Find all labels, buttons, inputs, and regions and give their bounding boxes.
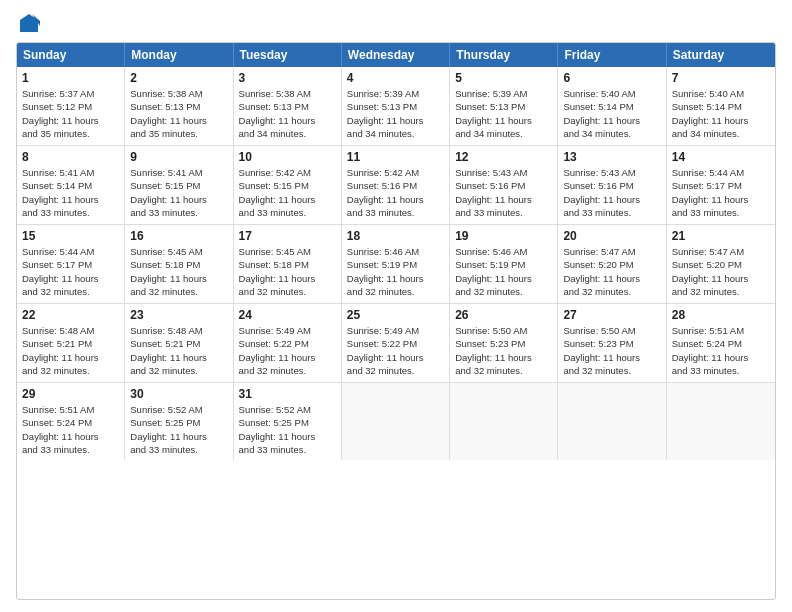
day-info: Sunrise: 5:38 AMSunset: 5:13 PMDaylight:… xyxy=(130,87,227,140)
day-info: Sunrise: 5:49 AMSunset: 5:22 PMDaylight:… xyxy=(347,324,444,377)
calendar-day-25: 25Sunrise: 5:49 AMSunset: 5:22 PMDayligh… xyxy=(342,304,450,382)
day-info: Sunrise: 5:39 AMSunset: 5:13 PMDaylight:… xyxy=(347,87,444,140)
logo xyxy=(16,12,40,34)
calendar-day-5: 5Sunrise: 5:39 AMSunset: 5:13 PMDaylight… xyxy=(450,67,558,145)
calendar-header-sunday: Sunday xyxy=(17,43,125,67)
day-info: Sunrise: 5:41 AMSunset: 5:15 PMDaylight:… xyxy=(130,166,227,219)
calendar-day-9: 9Sunrise: 5:41 AMSunset: 5:15 PMDaylight… xyxy=(125,146,233,224)
day-number: 11 xyxy=(347,150,444,164)
day-number: 21 xyxy=(672,229,770,243)
day-number: 1 xyxy=(22,71,119,85)
day-info: Sunrise: 5:44 AMSunset: 5:17 PMDaylight:… xyxy=(672,166,770,219)
day-info: Sunrise: 5:37 AMSunset: 5:12 PMDaylight:… xyxy=(22,87,119,140)
day-number: 18 xyxy=(347,229,444,243)
calendar-day-12: 12Sunrise: 5:43 AMSunset: 5:16 PMDayligh… xyxy=(450,146,558,224)
header xyxy=(16,12,776,34)
day-info: Sunrise: 5:45 AMSunset: 5:18 PMDaylight:… xyxy=(130,245,227,298)
logo-icon xyxy=(18,12,40,34)
day-number: 26 xyxy=(455,308,552,322)
day-number: 20 xyxy=(563,229,660,243)
calendar-day-29: 29Sunrise: 5:51 AMSunset: 5:24 PMDayligh… xyxy=(17,383,125,460)
calendar-header-friday: Friday xyxy=(558,43,666,67)
calendar-day-30: 30Sunrise: 5:52 AMSunset: 5:25 PMDayligh… xyxy=(125,383,233,460)
day-number: 25 xyxy=(347,308,444,322)
day-info: Sunrise: 5:48 AMSunset: 5:21 PMDaylight:… xyxy=(22,324,119,377)
calendar-day-26: 26Sunrise: 5:50 AMSunset: 5:23 PMDayligh… xyxy=(450,304,558,382)
day-number: 9 xyxy=(130,150,227,164)
day-number: 4 xyxy=(347,71,444,85)
day-info: Sunrise: 5:51 AMSunset: 5:24 PMDaylight:… xyxy=(22,403,119,456)
day-number: 16 xyxy=(130,229,227,243)
calendar-day-24: 24Sunrise: 5:49 AMSunset: 5:22 PMDayligh… xyxy=(234,304,342,382)
day-info: Sunrise: 5:48 AMSunset: 5:21 PMDaylight:… xyxy=(130,324,227,377)
day-info: Sunrise: 5:46 AMSunset: 5:19 PMDaylight:… xyxy=(455,245,552,298)
calendar-empty-cell xyxy=(450,383,558,460)
page: SundayMondayTuesdayWednesdayThursdayFrid… xyxy=(0,0,792,612)
day-info: Sunrise: 5:47 AMSunset: 5:20 PMDaylight:… xyxy=(672,245,770,298)
day-number: 19 xyxy=(455,229,552,243)
day-info: Sunrise: 5:40 AMSunset: 5:14 PMDaylight:… xyxy=(672,87,770,140)
day-number: 29 xyxy=(22,387,119,401)
calendar-day-16: 16Sunrise: 5:45 AMSunset: 5:18 PMDayligh… xyxy=(125,225,233,303)
calendar-empty-cell xyxy=(342,383,450,460)
calendar-day-3: 3Sunrise: 5:38 AMSunset: 5:13 PMDaylight… xyxy=(234,67,342,145)
day-number: 7 xyxy=(672,71,770,85)
calendar-day-2: 2Sunrise: 5:38 AMSunset: 5:13 PMDaylight… xyxy=(125,67,233,145)
calendar-day-20: 20Sunrise: 5:47 AMSunset: 5:20 PMDayligh… xyxy=(558,225,666,303)
day-info: Sunrise: 5:45 AMSunset: 5:18 PMDaylight:… xyxy=(239,245,336,298)
calendar-day-8: 8Sunrise: 5:41 AMSunset: 5:14 PMDaylight… xyxy=(17,146,125,224)
day-info: Sunrise: 5:38 AMSunset: 5:13 PMDaylight:… xyxy=(239,87,336,140)
day-number: 31 xyxy=(239,387,336,401)
calendar-day-31: 31Sunrise: 5:52 AMSunset: 5:25 PMDayligh… xyxy=(234,383,342,460)
calendar-header-wednesday: Wednesday xyxy=(342,43,450,67)
day-info: Sunrise: 5:49 AMSunset: 5:22 PMDaylight:… xyxy=(239,324,336,377)
calendar-day-17: 17Sunrise: 5:45 AMSunset: 5:18 PMDayligh… xyxy=(234,225,342,303)
calendar-day-21: 21Sunrise: 5:47 AMSunset: 5:20 PMDayligh… xyxy=(667,225,775,303)
day-info: Sunrise: 5:51 AMSunset: 5:24 PMDaylight:… xyxy=(672,324,770,377)
day-number: 27 xyxy=(563,308,660,322)
day-number: 14 xyxy=(672,150,770,164)
day-number: 3 xyxy=(239,71,336,85)
calendar-header-monday: Monday xyxy=(125,43,233,67)
calendar-empty-cell xyxy=(558,383,666,460)
calendar-day-1: 1Sunrise: 5:37 AMSunset: 5:12 PMDaylight… xyxy=(17,67,125,145)
calendar-body: 1Sunrise: 5:37 AMSunset: 5:12 PMDaylight… xyxy=(17,67,775,460)
calendar-day-28: 28Sunrise: 5:51 AMSunset: 5:24 PMDayligh… xyxy=(667,304,775,382)
day-number: 6 xyxy=(563,71,660,85)
calendar-week-1: 1Sunrise: 5:37 AMSunset: 5:12 PMDaylight… xyxy=(17,67,775,146)
day-number: 23 xyxy=(130,308,227,322)
calendar-day-23: 23Sunrise: 5:48 AMSunset: 5:21 PMDayligh… xyxy=(125,304,233,382)
svg-marker-0 xyxy=(20,14,38,32)
day-info: Sunrise: 5:52 AMSunset: 5:25 PMDaylight:… xyxy=(130,403,227,456)
day-number: 5 xyxy=(455,71,552,85)
calendar-day-15: 15Sunrise: 5:44 AMSunset: 5:17 PMDayligh… xyxy=(17,225,125,303)
day-info: Sunrise: 5:43 AMSunset: 5:16 PMDaylight:… xyxy=(563,166,660,219)
calendar-day-6: 6Sunrise: 5:40 AMSunset: 5:14 PMDaylight… xyxy=(558,67,666,145)
day-number: 30 xyxy=(130,387,227,401)
day-info: Sunrise: 5:50 AMSunset: 5:23 PMDaylight:… xyxy=(455,324,552,377)
day-info: Sunrise: 5:46 AMSunset: 5:19 PMDaylight:… xyxy=(347,245,444,298)
calendar-day-10: 10Sunrise: 5:42 AMSunset: 5:15 PMDayligh… xyxy=(234,146,342,224)
day-number: 28 xyxy=(672,308,770,322)
day-number: 8 xyxy=(22,150,119,164)
day-info: Sunrise: 5:44 AMSunset: 5:17 PMDaylight:… xyxy=(22,245,119,298)
day-number: 2 xyxy=(130,71,227,85)
calendar-day-13: 13Sunrise: 5:43 AMSunset: 5:16 PMDayligh… xyxy=(558,146,666,224)
day-number: 22 xyxy=(22,308,119,322)
calendar-day-18: 18Sunrise: 5:46 AMSunset: 5:19 PMDayligh… xyxy=(342,225,450,303)
day-number: 24 xyxy=(239,308,336,322)
calendar-week-5: 29Sunrise: 5:51 AMSunset: 5:24 PMDayligh… xyxy=(17,383,775,460)
calendar-day-4: 4Sunrise: 5:39 AMSunset: 5:13 PMDaylight… xyxy=(342,67,450,145)
calendar-day-11: 11Sunrise: 5:42 AMSunset: 5:16 PMDayligh… xyxy=(342,146,450,224)
day-info: Sunrise: 5:39 AMSunset: 5:13 PMDaylight:… xyxy=(455,87,552,140)
day-number: 17 xyxy=(239,229,336,243)
calendar: SundayMondayTuesdayWednesdayThursdayFrid… xyxy=(16,42,776,600)
calendar-header-saturday: Saturday xyxy=(667,43,775,67)
calendar-header-tuesday: Tuesday xyxy=(234,43,342,67)
day-number: 13 xyxy=(563,150,660,164)
calendar-empty-cell xyxy=(667,383,775,460)
day-info: Sunrise: 5:47 AMSunset: 5:20 PMDaylight:… xyxy=(563,245,660,298)
calendar-header-thursday: Thursday xyxy=(450,43,558,67)
day-info: Sunrise: 5:40 AMSunset: 5:14 PMDaylight:… xyxy=(563,87,660,140)
day-info: Sunrise: 5:42 AMSunset: 5:15 PMDaylight:… xyxy=(239,166,336,219)
